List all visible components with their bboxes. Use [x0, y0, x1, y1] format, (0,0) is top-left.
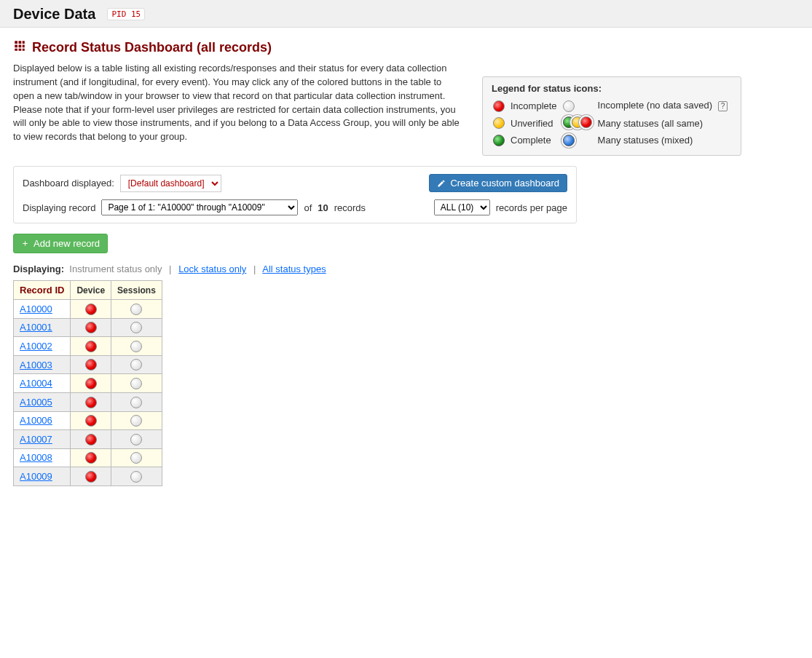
record-link[interactable]: A10002 — [20, 341, 52, 352]
status-icon[interactable] — [130, 397, 142, 408]
status-icon-complete — [493, 135, 505, 146]
status-icon[interactable] — [130, 415, 142, 427]
status-icon[interactable] — [130, 304, 142, 315]
status-icon-incomplete-nodata — [563, 100, 575, 112]
status-icon[interactable] — [130, 434, 142, 445]
record-link[interactable]: A10007 — [20, 434, 52, 445]
project-title: Device Data — [13, 6, 95, 23]
status-icon[interactable] — [130, 378, 142, 389]
records-text: records — [334, 202, 366, 213]
total-records: 10 — [318, 202, 328, 213]
filter-all-status[interactable]: All status types — [262, 263, 326, 274]
dashboard-select[interactable]: [Default dashboard] — [120, 175, 221, 192]
page-heading: Record Status Dashboard (all records) — [13, 39, 741, 56]
page-select[interactable]: Page 1 of 1: "A10000" through "A10009" — [101, 199, 298, 215]
page-title: Record Status Dashboard (all records) — [32, 40, 272, 55]
record-link[interactable]: A10003 — [20, 360, 52, 370]
of-text: of — [304, 202, 312, 213]
legend-unverified: Unverified — [511, 115, 561, 132]
status-icon-many-same — [563, 116, 592, 128]
table-row: A10006 — [14, 411, 162, 430]
status-icon[interactable] — [85, 304, 97, 315]
status-icon[interactable] — [85, 359, 97, 370]
legend-complete: Complete — [511, 133, 561, 148]
status-icon[interactable] — [130, 471, 142, 483]
status-icon[interactable] — [130, 359, 142, 370]
status-icon[interactable] — [85, 434, 97, 445]
col-record-id: Record ID — [14, 281, 71, 300]
record-link[interactable]: A10000 — [20, 304, 52, 314]
legend-many-same: Many statuses (all same) — [598, 115, 733, 132]
displaying-record-label: Displaying record — [23, 202, 95, 213]
col-sessions[interactable]: Sessions — [111, 281, 162, 300]
status-icon[interactable] — [85, 415, 97, 427]
record-link[interactable]: A10006 — [20, 415, 52, 426]
pencil-icon — [437, 179, 446, 188]
legend-incomplete: Incomplete — [511, 98, 561, 114]
record-link[interactable]: A10008 — [20, 452, 52, 463]
top-bar: Device Data PID 15 — [0, 0, 812, 28]
col-device[interactable]: Device — [71, 281, 111, 300]
table-row: A10001 — [14, 318, 162, 337]
add-new-record-button[interactable]: Add new record — [13, 234, 108, 253]
status-icon[interactable] — [130, 341, 142, 352]
per-page-select[interactable]: ALL (10) — [434, 199, 490, 215]
display-filter: Displaying: Instrument status only | Loc… — [13, 263, 741, 274]
status-icon-unverified — [493, 117, 505, 129]
status-icon[interactable] — [85, 322, 97, 333]
legend-title: Legend for status icons: — [492, 83, 732, 94]
status-icon[interactable] — [85, 471, 97, 483]
record-status-table: Record ID Device Sessions A10000A10001A1… — [13, 280, 162, 486]
filter-instrument-status: Instrument status only — [69, 263, 162, 274]
help-icon[interactable]: ? — [718, 101, 728, 111]
table-row: A10002 — [14, 337, 162, 356]
controls-box: Dashboard displayed: [Default dashboard]… — [13, 166, 577, 223]
status-icon-many-mixed — [563, 135, 575, 146]
dashboard-displayed-label: Dashboard displayed: — [23, 178, 114, 189]
per-page-label: records per page — [496, 202, 567, 213]
legend-box: Legend for status icons: Incomplete Inco… — [482, 76, 741, 156]
intro-text: Displayed below is a table listing all e… — [13, 62, 465, 144]
status-icon[interactable] — [85, 341, 97, 352]
record-link[interactable]: A10009 — [20, 471, 52, 482]
dashboard-icon — [13, 39, 26, 56]
legend-incomplete-nodata: Incomplete (no data saved) — [598, 100, 713, 111]
status-icon-incomplete — [493, 100, 505, 112]
record-link[interactable]: A10001 — [20, 322, 52, 333]
table-row: A10005 — [14, 392, 162, 411]
table-row: A10004 — [14, 374, 162, 393]
filter-lock-status[interactable]: Lock status only — [178, 263, 246, 274]
record-link[interactable]: A10005 — [20, 397, 52, 408]
pid-badge: PID 15 — [107, 8, 145, 20]
status-icon[interactable] — [130, 452, 142, 464]
create-custom-dashboard-button[interactable]: Create custom dashboard — [429, 174, 567, 192]
table-row: A10000 — [14, 300, 162, 319]
legend-many-mixed: Many statuses (mixed) — [598, 133, 733, 148]
table-row: A10003 — [14, 355, 162, 374]
plus-icon — [21, 239, 29, 247]
table-row: A10009 — [14, 467, 162, 486]
status-icon[interactable] — [130, 322, 142, 333]
status-icon[interactable] — [85, 378, 97, 389]
status-icon[interactable] — [85, 397, 97, 408]
table-row: A10007 — [14, 430, 162, 449]
record-link[interactable]: A10004 — [20, 378, 52, 389]
displaying-label: Displaying: — [13, 263, 64, 274]
table-row: A10008 — [14, 448, 162, 467]
status-icon[interactable] — [85, 452, 97, 464]
